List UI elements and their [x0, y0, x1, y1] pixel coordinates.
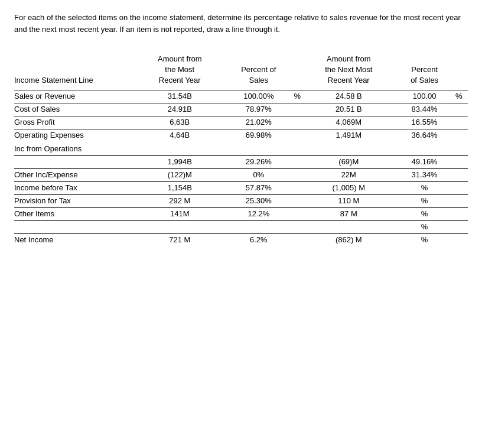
header-label: Income Statement Line	[14, 54, 135, 90]
table-wrap: Income Statement Line Amount from the Mo…	[14, 54, 468, 246]
header-amt2: Amount from the Next Most Recent Year	[304, 54, 393, 90]
row-label: Sales or Revenue	[14, 90, 135, 103]
table-row: Cost of Sales24.91B78.97%20.51 B83.44%	[14, 103, 468, 116]
row-cell	[455, 116, 468, 129]
row-cell: 4,64B	[135, 129, 224, 142]
table-row: 1,994B29.26%(69)M49.16%	[14, 155, 468, 168]
row-cell	[455, 103, 468, 116]
row-cell	[292, 129, 304, 142]
row-cell: %	[393, 181, 455, 194]
row-cell: 29.26%	[224, 155, 292, 168]
row-cell: 110 M	[304, 194, 393, 207]
row-cell: 1,154B	[135, 181, 224, 194]
row-cell: 20.51 B	[304, 103, 393, 116]
row-cell	[455, 129, 468, 142]
row-label: Other Inc/Expense	[14, 168, 135, 181]
row-cell: 24.91B	[135, 103, 224, 116]
row-cell: 6,63B	[135, 116, 224, 129]
table-row: %	[14, 220, 468, 233]
header-pct1: Percent of Sales	[224, 54, 292, 90]
row-cell	[455, 181, 468, 194]
header-pct2: Percent of Sales	[393, 54, 455, 90]
row-cell: 57.87%	[224, 181, 292, 194]
row-cell: 83.44%	[393, 103, 455, 116]
row-label	[14, 220, 135, 233]
row-cell: %	[393, 194, 455, 207]
table-row: Sales or Revenue31.54B100.00%%24.58 B100…	[14, 90, 468, 103]
row-cell	[292, 194, 304, 207]
row-cell: %	[393, 207, 455, 220]
row-label: Inc from Operations	[14, 142, 135, 156]
row-cell	[292, 233, 304, 246]
row-cell: 22M	[304, 168, 393, 181]
row-cell: 1,994B	[135, 155, 224, 168]
row-label: Cost of Sales	[14, 103, 135, 116]
row-cell: 1,491M	[304, 129, 393, 142]
table-row: Income before Tax1,154B57.87%(1,005) M%	[14, 181, 468, 194]
row-cell: 78.97%	[224, 103, 292, 116]
table-row: Other Items141M12.2%87 M%	[14, 207, 468, 220]
row-cell	[455, 168, 468, 181]
row-cell	[455, 155, 468, 168]
row-cell	[135, 220, 224, 233]
row-cell	[292, 103, 304, 116]
row-cell: %	[393, 220, 455, 233]
table-row: Other Inc/Expense(122)M0%22M31.34%	[14, 168, 468, 181]
table-row: Provision for Tax292 M25.30%110 M%	[14, 194, 468, 207]
row-cell: (1,005) M	[304, 181, 393, 194]
row-cell: (69)M	[304, 155, 393, 168]
row-cell: 31.34%	[393, 168, 455, 181]
row-cell: (862) M	[304, 233, 393, 246]
row-cell: 6.2%	[224, 233, 292, 246]
row-label: Net Income	[14, 233, 135, 246]
row-cell	[292, 220, 304, 233]
table-row: Operating Expenses4,64B69.98%1,491M36.64…	[14, 129, 468, 142]
row-cell	[455, 220, 468, 233]
row-cell: %	[393, 233, 455, 246]
row-cell: 0%	[224, 168, 292, 181]
row-cell: 4,069M	[304, 116, 393, 129]
row-cell	[224, 220, 292, 233]
row-cell: 12.2%	[224, 207, 292, 220]
header-sep2	[455, 54, 468, 90]
row-cell: 292 M	[135, 194, 224, 207]
table-row: Net Income721 M6.2%(862) M%	[14, 233, 468, 246]
row-cell: 141M	[135, 207, 224, 220]
row-cell: 16.55%	[393, 116, 455, 129]
row-cell: 24.58 B	[304, 90, 393, 103]
income-statement-table: Income Statement Line Amount from the Mo…	[14, 54, 468, 246]
row-cell	[455, 207, 468, 220]
row-cell	[292, 207, 304, 220]
row-cell: 49.16%	[393, 155, 455, 168]
row-label: Operating Expenses	[14, 129, 135, 142]
intro-text: For each of the selected items on the in…	[14, 12, 468, 35]
header-sep	[292, 54, 304, 90]
row-cell	[455, 194, 468, 207]
row-cell	[292, 155, 304, 168]
row-cell: 36.64%	[393, 129, 455, 142]
row-label: Provision for Tax	[14, 194, 135, 207]
row-cell: 721 M	[135, 233, 224, 246]
row-cell: 31.54B	[135, 90, 224, 103]
row-cell: 21.02%	[224, 116, 292, 129]
row-label: Income before Tax	[14, 181, 135, 194]
header-amt1: Amount from the Most Recent Year	[135, 54, 224, 90]
row-cell	[455, 233, 468, 246]
row-cell: %	[455, 90, 468, 103]
row-label: Gross Profit	[14, 116, 135, 129]
row-cell: 87 M	[304, 207, 393, 220]
row-cell	[292, 181, 304, 194]
row-cell: 100.00	[393, 90, 455, 103]
row-label: Other Items	[14, 207, 135, 220]
table-row: Gross Profit6,63B21.02%4,069M16.55%	[14, 116, 468, 129]
row-cell	[304, 220, 393, 233]
row-cell	[292, 116, 304, 129]
row-cell: %	[292, 90, 304, 103]
row-cell: 25.30%	[224, 194, 292, 207]
row-cell: (122)M	[135, 168, 224, 181]
table-row-label: Inc from Operations	[14, 142, 468, 156]
row-cell: 100.00%	[224, 90, 292, 103]
row-cell	[292, 168, 304, 181]
row-cell: 69.98%	[224, 129, 292, 142]
